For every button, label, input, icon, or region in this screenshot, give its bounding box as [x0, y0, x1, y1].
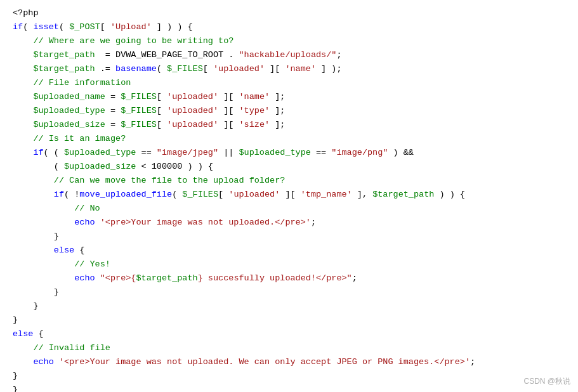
- code-line-17: // Can we move the file to the upload fo…: [13, 174, 565, 188]
- code-line-23: // Yes!: [13, 258, 565, 271]
- code-line-14: if( ( $uploaded_type == "image/jpeg" || …: [13, 146, 565, 160]
- code-line-26: }: [13, 299, 565, 313]
- code-line-21: }: [13, 230, 565, 244]
- code-line-11: $uploaded_size = $_FILES[ 'uploaded' ][ …: [13, 118, 565, 132]
- code-line-3: if( isset( $_POST[ 'Upload' ] ) ) {: [13, 20, 565, 34]
- code-line-27: }: [13, 313, 565, 327]
- code-line-9: $uploaded_name = $_FILES[ 'uploaded' ][ …: [13, 90, 565, 104]
- code-line-30: echo '<pre>Your image was not uploaded. …: [13, 355, 565, 369]
- code-line-24: echo "<pre>{$target_path} succesfully up…: [13, 271, 565, 285]
- code-line-4: // Where are we going to be writing to?: [13, 34, 565, 48]
- code-line-6: $target_path .= basename( $_FILES[ 'uplo…: [13, 62, 565, 76]
- code-line-8: // File information: [13, 76, 565, 90]
- code-container: <?php if( isset( $_POST[ 'Upload' ] ) ) …: [0, 0, 578, 392]
- watermark-text: CSDN @秋说: [523, 376, 570, 387]
- code-line-32: }: [13, 383, 565, 392]
- code-line-31: }: [13, 369, 565, 383]
- code-line-29: // Invalid file: [13, 341, 565, 355]
- code-line-15: ( $uploaded_size < 100000 ) ) {: [13, 160, 565, 174]
- code-line-20: echo '<pre>Your image was not uploaded.<…: [13, 216, 565, 230]
- code-line-1: <?php: [13, 6, 565, 20]
- code-line-28: else {: [13, 327, 565, 341]
- code-line-22: else {: [13, 244, 565, 258]
- code-line-18: if( !move_uploaded_file( $_FILES[ 'uploa…: [13, 188, 565, 202]
- code-line-25: }: [13, 285, 565, 299]
- code-line-13: // Is it an image?: [13, 132, 565, 146]
- code-line-10: $uploaded_type = $_FILES[ 'uploaded' ][ …: [13, 104, 565, 118]
- code-line-5: $target_path = DVWA_WEB_PAGE_TO_ROOT . "…: [13, 48, 565, 62]
- code-line-19: // No: [13, 202, 565, 216]
